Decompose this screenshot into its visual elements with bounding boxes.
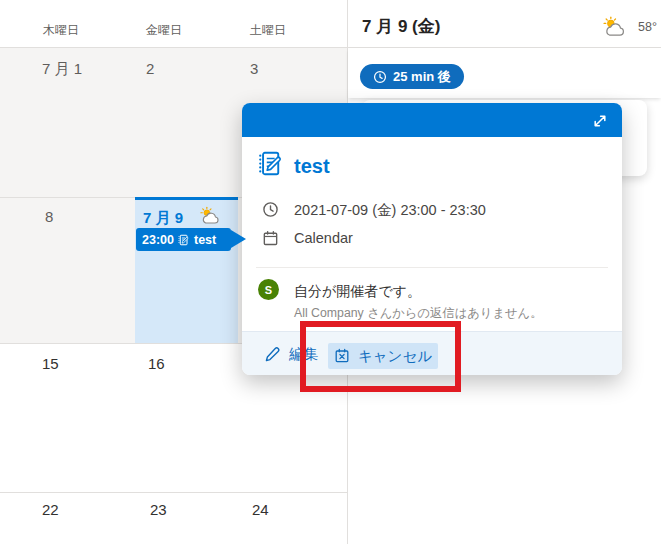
clock-icon: [262, 201, 279, 218]
cancel-button[interactable]: キャンセル: [328, 343, 438, 369]
reminder-text: 25 min 後: [393, 68, 451, 86]
organizer-avatar: S: [258, 279, 279, 300]
calendar-icon: [262, 230, 279, 247]
calendar-name: Calendar: [294, 230, 353, 246]
organizer-text: 自分が開催者です。: [294, 283, 421, 301]
temperature-label: 58°: [638, 20, 657, 34]
expand-popup-button[interactable]: [588, 109, 612, 133]
cancel-label: キャンセル: [358, 347, 432, 366]
event-datetime: 2021-07-09 (金) 23:00 - 23:30: [294, 201, 486, 220]
grid-row-line-3: [0, 492, 347, 493]
clock-icon: [373, 70, 387, 84]
date-cell-3[interactable]: 3: [250, 60, 258, 77]
popup-header: [242, 103, 622, 137]
date-cell-15[interactable]: 15: [42, 355, 59, 372]
reminder-pill[interactable]: 25 min 後: [360, 64, 464, 89]
weather-partly-sunny-icon: [199, 206, 223, 225]
event-chip-title: test: [194, 233, 216, 247]
day-header-thursday: 木曜日: [43, 22, 79, 39]
reminder-strip: 25 min 後: [348, 48, 661, 98]
popup-divider: [256, 267, 608, 268]
pencil-icon: [264, 346, 281, 363]
date-cell-22[interactable]: 22: [42, 501, 59, 518]
response-status-text: All Company さんからの返信はありません。: [294, 305, 542, 322]
panel-date-heading: 7 月 9 (金): [362, 15, 440, 38]
event-chip-time: 23:00: [142, 233, 174, 247]
date-cell-8[interactable]: 8: [45, 208, 53, 225]
edit-button[interactable]: 編集: [264, 342, 318, 366]
date-cell-24[interactable]: 24: [252, 501, 269, 518]
event-chip-callout-arrow: [231, 230, 246, 248]
popup-footer: 編集 キャンセル: [242, 331, 622, 375]
selected-day-date: 7 月 9: [143, 209, 183, 228]
calendar-x-icon: [334, 348, 350, 364]
edit-label: 編集: [289, 345, 318, 364]
event-title-icon: [258, 150, 285, 177]
date-cell-23[interactable]: 23: [150, 501, 167, 518]
date-cell-16[interactable]: 16: [148, 355, 165, 372]
expand-diagonal-icon: [592, 113, 608, 129]
note-pencil-icon: [178, 234, 190, 246]
outlook-calendar-screen: 木曜日 金曜日 土曜日 7 月 1 2 3 8 15 16 22 23 24 7…: [0, 0, 661, 544]
event-chip[interactable]: 23:00 test: [136, 228, 231, 251]
day-header-friday: 金曜日: [146, 22, 182, 39]
date-cell-jul1[interactable]: 7 月 1: [42, 60, 82, 79]
weather-partly-sunny-icon: [602, 16, 629, 37]
day-header-saturday: 土曜日: [250, 22, 286, 39]
selected-day-cell-jul9[interactable]: 7 月 9: [135, 197, 238, 343]
date-cell-2[interactable]: 2: [146, 60, 154, 77]
event-popup: test 2021-07-09 (金) 23:00 - 23:30 Calend…: [242, 103, 622, 375]
popup-event-title: test: [294, 155, 330, 178]
